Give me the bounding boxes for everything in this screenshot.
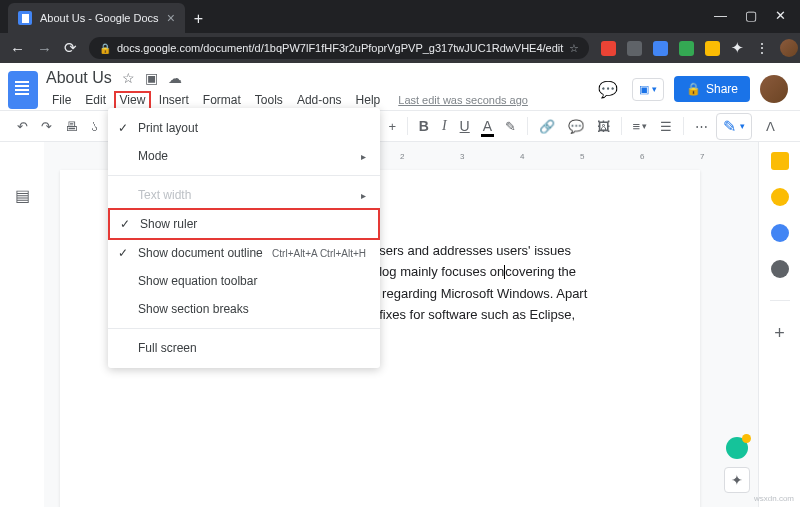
extensions-icon[interactable]: ✦ [731,39,744,57]
docs-favicon-icon [18,11,32,25]
star-icon[interactable]: ☆ [569,42,579,55]
menu-print-layout[interactable]: Print layout [108,114,380,142]
outline-icon[interactable]: ▤ [15,186,30,205]
maximize-icon[interactable]: ▢ [745,8,757,23]
last-edit-label[interactable]: Last edit was seconds ago [398,94,528,106]
menu-insert[interactable]: Insert [153,90,195,110]
more-tools-icon[interactable]: ⋯ [690,115,713,138]
menu-tools[interactable]: Tools [249,90,289,110]
minimize-icon[interactable]: — [714,8,727,23]
underline-button[interactable]: U [455,114,475,138]
italic-button[interactable]: I [437,114,452,138]
line-spacing-icon[interactable]: ☰ [655,115,677,138]
tab-title: About Us - Google Docs [40,12,159,24]
close-tab-icon[interactable]: × [167,10,175,26]
font-inc-icon[interactable]: + [383,115,401,138]
docs-header: About Us ☆ ▣ ☁ File Edit View Insert For… [0,63,800,110]
menu-show-outline[interactable]: Show document outlineCtrl+Alt+A Ctrl+Alt… [108,239,380,267]
browser-tab-strip: About Us - Google Docs × + — ▢ ✕ [0,0,800,33]
redo-icon[interactable]: ↷ [36,115,57,138]
lock-icon: 🔒 [99,43,111,54]
view-dropdown-menu: Print layout Mode Text width Show ruler … [108,108,380,368]
document-title[interactable]: About Us [46,69,112,87]
menu-show-ruler[interactable]: Show ruler [108,208,380,240]
ruler-tick: 4 [520,152,524,161]
browser-avatar[interactable] [780,39,798,57]
chevron-down-icon: ▾ [652,84,657,94]
star-doc-icon[interactable]: ☆ [122,70,135,86]
window-controls: — ▢ ✕ [714,8,800,33]
address-bar: ← → ⟳ 🔒 docs.google.com/document/d/1bqPW… [0,33,800,63]
ext-icon-2[interactable] [627,41,642,56]
move-doc-icon[interactable]: ▣ [145,70,158,86]
doc-text: blog mainly focuses on [372,264,504,279]
bold-button[interactable]: B [414,114,434,138]
insert-image-icon[interactable]: 🖼 [592,115,615,138]
add-addon-icon[interactable]: + [774,323,785,344]
menu-format[interactable]: Format [197,90,247,110]
menu-help[interactable]: Help [350,90,387,110]
pencil-icon: ✎ [723,117,736,136]
menu-text-width[interactable]: Text width [108,181,380,209]
watermark: wsxdn.com [754,494,794,503]
reload-icon[interactable]: ⟳ [64,39,77,57]
menu-addons[interactable]: Add-ons [291,90,348,110]
menu-bar: File Edit View Insert Format Tools Add-o… [46,90,586,110]
new-tab-button[interactable]: + [185,5,212,33]
comment-history-icon[interactable]: 💬 [594,76,622,103]
menu-separator [108,328,380,329]
url-field[interactable]: 🔒 docs.google.com/document/d/1bqPW7lF1fH… [89,37,589,59]
collapse-toolbar-icon[interactable]: ᐱ [761,115,780,138]
contacts-icon[interactable] [771,260,789,278]
insert-link-icon[interactable]: 🔗 [534,115,560,138]
print-icon[interactable]: 🖶 [60,115,83,138]
menu-show-section-breaks[interactable]: Show section breaks [108,295,380,323]
menu-file[interactable]: File [46,90,77,110]
explore-button[interactable]: ✦ [724,467,750,493]
profile-avatar[interactable] [760,75,788,103]
browser-tab[interactable]: About Us - Google Docs × [8,3,185,33]
menu-mode[interactable]: Mode [108,142,380,170]
editing-mode-button[interactable]: ✎ ▾ [716,113,752,140]
align-icon[interactable]: ≡▾ [628,115,653,138]
toolbar-separator [621,117,622,135]
floating-controls: ✦ [724,437,750,493]
cloud-status-icon[interactable]: ☁ [168,70,182,86]
toolbar-separator [683,117,684,135]
doc-text: users and addresses users' issues [372,243,571,258]
spellcheck-icon[interactable]: Ა [86,115,103,138]
meet-button[interactable]: ▣ ▾ [632,78,664,101]
ext-icon-4[interactable] [679,41,694,56]
doc-text: covering the [505,264,576,279]
ext-icon-5[interactable] [705,41,720,56]
separator [770,300,790,301]
calendar-icon[interactable] [771,152,789,170]
ruler-tick: 3 [460,152,464,161]
keep-icon[interactable] [771,188,789,206]
menu-full-screen[interactable]: Full screen [108,334,380,362]
text-cursor [504,265,505,279]
ext-icon-1[interactable] [601,41,616,56]
forward-icon[interactable]: → [37,40,52,57]
menu-view[interactable]: View [114,91,151,110]
share-button[interactable]: 🔒 Share [674,76,750,102]
left-rail: ▤ [0,142,44,507]
ruler-tick: 7 [700,152,704,161]
meet-icon: ▣ [639,83,649,96]
text-color-button[interactable]: A [478,114,497,138]
ruler-tick: 6 [640,152,644,161]
undo-icon[interactable]: ↶ [12,115,33,138]
grammarly-icon[interactable] [726,437,748,459]
menu-dots-icon[interactable]: ⋮ [755,40,769,56]
menu-edit[interactable]: Edit [79,90,112,110]
close-window-icon[interactable]: ✕ [775,8,786,23]
menu-separator [108,175,380,176]
ext-icon-3[interactable] [653,41,668,56]
highlight-icon[interactable]: ✎ [500,115,521,138]
toolbar-separator [407,117,408,135]
add-comment-icon[interactable]: 💬 [563,115,589,138]
back-icon[interactable]: ← [10,40,25,57]
docs-logo-icon[interactable] [8,71,38,109]
menu-show-equation-toolbar[interactable]: Show equation toolbar [108,267,380,295]
tasks-icon[interactable] [771,224,789,242]
